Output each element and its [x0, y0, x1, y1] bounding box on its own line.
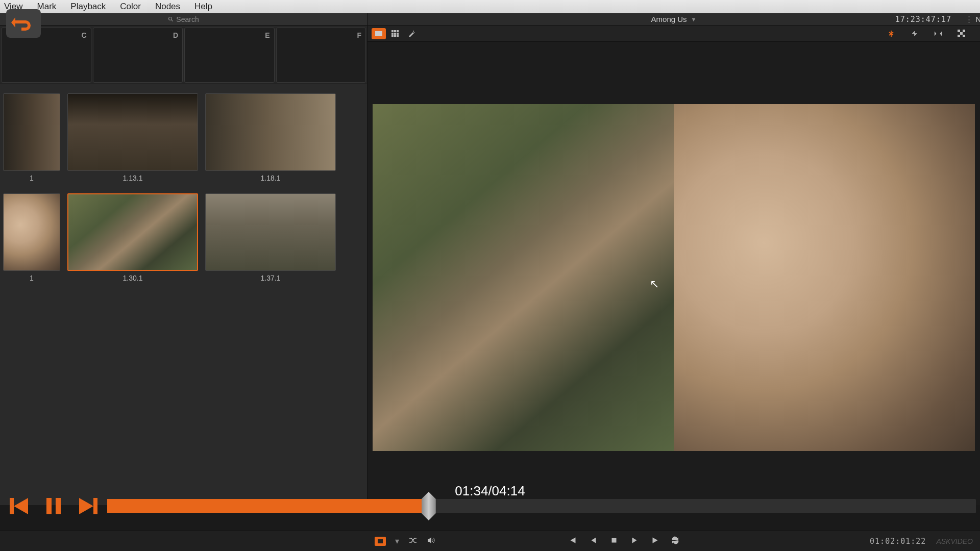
svg-rect-11	[397, 35, 399, 37]
undo-button[interactable]	[6, 9, 41, 38]
chevron-down-icon[interactable]: ▼	[691, 16, 697, 22]
grid-view-button[interactable]	[388, 28, 402, 39]
chevron-down-icon[interactable]: ▾	[395, 536, 399, 546]
svg-rect-22	[611, 538, 616, 542]
svg-rect-3	[391, 30, 394, 32]
svg-rect-19	[46, 498, 52, 514]
clip-item[interactable]: 1.13.1	[67, 93, 198, 182]
loop-button[interactable]	[671, 536, 680, 547]
watermark: ASKVIDEO	[936, 537, 973, 545]
clip-thumbnail	[3, 93, 60, 171]
viewer-panel: Among Us ▼ 17:23:47:17 ⋮ N	[368, 13, 980, 505]
go-to-end-button[interactable]	[650, 536, 659, 547]
svg-rect-9	[391, 35, 394, 37]
svg-rect-15	[963, 30, 965, 32]
magic-wand-button[interactable]	[404, 28, 419, 39]
progress-bar[interactable]	[107, 499, 976, 513]
bin-e[interactable]: E	[184, 28, 275, 83]
svg-rect-2	[375, 31, 382, 36]
svg-rect-18	[963, 35, 965, 37]
menu-mark[interactable]: Mark	[37, 2, 57, 12]
prev-track-button[interactable]	[0, 491, 36, 521]
stop-button[interactable]	[609, 536, 619, 547]
clip-item[interactable]: 1	[3, 93, 60, 182]
undo-icon	[11, 13, 36, 34]
pause-button[interactable]	[36, 491, 71, 521]
menu-nodes[interactable]: Nodes	[155, 2, 180, 12]
checker-button[interactable]	[954, 28, 969, 39]
svg-rect-20	[56, 498, 61, 514]
viewer-right-half	[674, 104, 975, 451]
clip-thumbnail	[205, 93, 336, 171]
next-label: N	[975, 15, 980, 23]
menu-help[interactable]: Help	[194, 2, 212, 12]
volume-button[interactable]	[427, 536, 436, 547]
progress-knob[interactable]	[422, 492, 436, 520]
clip-item[interactable]: 1.18.1	[205, 93, 336, 182]
svg-rect-10	[394, 35, 396, 37]
svg-rect-21	[378, 539, 383, 543]
viewer-title: Among Us	[651, 15, 687, 23]
wipe-button[interactable]	[908, 28, 922, 39]
single-view-button[interactable]	[372, 28, 386, 39]
clip-item[interactable]: 1	[3, 193, 60, 282]
svg-rect-8	[397, 33, 399, 35]
svg-rect-16	[960, 32, 963, 35]
split-compare-button[interactable]	[884, 28, 898, 39]
search-icon	[168, 16, 174, 22]
bins-row: C D E F	[0, 26, 367, 84]
transport-controls	[569, 536, 680, 547]
menu-playback[interactable]: Playback	[70, 2, 106, 12]
bin-f[interactable]: F	[276, 28, 366, 83]
svg-line-1	[172, 19, 173, 21]
svg-rect-7	[394, 33, 396, 35]
shuffle-button[interactable]	[408, 536, 418, 547]
play-button[interactable]	[630, 536, 639, 547]
next-track-button[interactable]	[71, 491, 107, 521]
svg-rect-14	[958, 30, 960, 32]
viewer-image: ↖	[373, 104, 975, 451]
svg-point-12	[413, 31, 414, 32]
clip-thumbnail	[3, 193, 60, 271]
menubar: View Mark Playback Color Nodes Help	[0, 0, 980, 13]
svg-rect-17	[958, 35, 960, 37]
clip-thumbnail	[67, 93, 198, 171]
search-bar[interactable]: Search	[0, 13, 367, 26]
clips-area: 1 1.13.1 1.18.1 1 1.30.1 1.37.1	[0, 84, 367, 505]
step-back-button[interactable]	[589, 536, 598, 547]
clip-thumbnail	[67, 193, 198, 271]
progress-fill	[107, 499, 429, 513]
thumbnail-mode-button[interactable]	[375, 537, 386, 546]
mark-in-out-button[interactable]	[931, 28, 945, 39]
cursor-icon: ↖	[650, 278, 659, 291]
svg-rect-6	[391, 33, 394, 35]
viewer-header: Among Us ▼ 17:23:47:17 ⋮ N	[368, 13, 980, 26]
svg-point-13	[414, 32, 415, 33]
go-to-start-button[interactable]	[569, 536, 578, 547]
clip-item-selected[interactable]: 1.30.1	[67, 193, 198, 282]
viewer-toolbar	[368, 26, 980, 42]
bottom-timecode: 01:02:01:22	[870, 537, 926, 546]
menu-color[interactable]: Color	[120, 2, 141, 12]
media-pool-panel: Search C D E F 1 1.13.1 1.18.1 1 1.30.1 …	[0, 13, 368, 505]
viewer-timecode: 17:23:47:17	[895, 15, 951, 24]
bin-d[interactable]: D	[93, 28, 183, 83]
svg-rect-4	[394, 30, 396, 32]
clip-thumbnail	[205, 193, 336, 271]
clip-item[interactable]: 1.37.1	[205, 193, 336, 282]
viewer-body[interactable]: ↖	[368, 42, 980, 505]
playback-time: 01:34/04:14	[455, 483, 525, 499]
bottom-bar: ▾ 01:02:01:22 ASKVIDEO	[0, 531, 980, 551]
kebab-menu-icon[interactable]: ⋮	[965, 15, 973, 24]
viewer-left-half	[373, 104, 674, 451]
search-placeholder: Search	[176, 15, 199, 23]
svg-point-0	[169, 17, 172, 20]
svg-rect-5	[397, 30, 399, 32]
